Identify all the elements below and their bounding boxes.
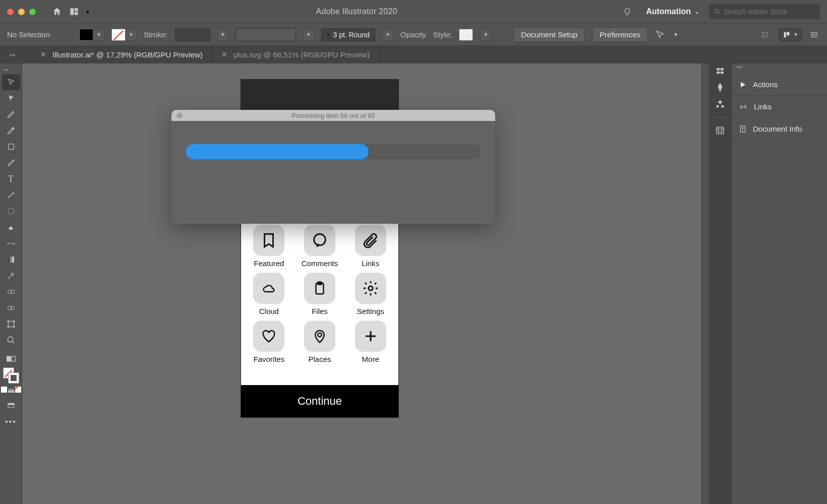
svg-point-15 [8,208,14,214]
collapse-panels-icon[interactable]: ◂◂ [732,64,827,74]
svg-rect-28 [8,403,14,405]
width-tool-icon[interactable] [2,235,20,251]
collapsed-panel-dock [709,64,731,504]
rotate-tool-icon[interactable] [2,203,20,219]
curvature-tool-icon[interactable] [2,122,20,139]
chevron-down-icon[interactable]: ▼ [673,32,678,37]
magic-wand-tool-icon[interactable] [2,187,20,203]
collapse-tools-icon[interactable]: ◂◂ [0,67,8,72]
arrange-documents-icon[interactable] [68,6,80,18]
search-stock[interactable] [709,4,820,19]
svg-point-17 [14,243,15,244]
document-setup-button[interactable]: Document Setup [513,27,585,42]
toggle-fill-stroke-icon[interactable] [2,353,20,364]
type-tool-icon[interactable]: T [2,171,20,187]
stroke-weight-input[interactable] [175,28,210,41]
preferences-button[interactable]: Preferences [592,27,648,42]
fill-stroke-indicator[interactable] [3,367,19,384]
align-to-button[interactable]: ▼ [779,28,802,41]
svg-rect-35 [721,68,724,71]
brushes-panel-icon[interactable] [715,82,725,93]
progress-dialog: Processing item 59 out of 95 [171,110,495,224]
panel-document-info[interactable]: Document Info [732,118,827,140]
clipboard-icon [304,273,335,304]
bookmark-icon [253,225,284,256]
close-tab-icon[interactable]: ✕ [221,50,227,58]
heart-icon [253,321,284,352]
chevron-down-icon[interactable]: ▼ [85,9,90,15]
pen-tool-icon[interactable] [2,106,20,122]
rectangle-tool-icon[interactable] [2,139,20,155]
blend-tool-icon[interactable] [2,284,20,300]
app-tile-label: More [362,355,379,363]
list-icon[interactable] [810,31,820,39]
lightbulb-icon[interactable] [623,6,632,17]
svg-rect-5 [765,32,768,34]
variable-width-profile[interactable] [235,28,296,41]
link-icon [739,103,748,110]
window-traffic-lights [7,9,36,15]
artboard-tool-icon[interactable] [2,316,20,332]
stroke-label: Stroke: [144,30,168,39]
screen-mode-icon[interactable] [2,398,20,414]
brush-definition[interactable]: 3 pt. Round [321,28,375,41]
zoom-window-icon[interactable] [29,9,36,15]
svg-point-13 [12,128,14,129]
align-cursor-icon[interactable] [655,29,666,40]
stroke-profile-dropdown[interactable]: ▼ [217,29,228,41]
stroke-swatch-group[interactable]: ▼ [111,29,137,41]
edit-toolbar-icon[interactable]: ••• [2,414,20,430]
svg-point-29 [314,234,326,245]
direct-selection-tool-icon[interactable] [2,90,20,106]
svg-rect-6 [762,35,764,37]
panel-actions[interactable]: Actions [732,74,827,96]
svg-rect-0 [71,8,74,15]
selection-tool-icon[interactable] [2,74,20,90]
document-tab-active[interactable]: ✕ Illustrator.ai* @ 17,29% (RGB/GPU Prev… [31,45,212,64]
shape-builder-tool-icon[interactable] [2,300,20,316]
menubar: ▼ Adobe Illustrator 2020 Automation ⌄ [0,0,827,23]
expand-tabs-icon[interactable]: ▸▸ [10,51,16,58]
control-bar: No Selection ▼ ▼ Stroke: ▼ ▼ 3 pt. Round… [0,23,827,45]
gradient-tool-icon[interactable] [2,251,20,268]
eraser-tool-icon[interactable] [2,219,20,235]
chevron-down-icon[interactable]: ▼ [303,29,314,41]
properties-panel-icon[interactable] [715,67,725,76]
app-tile-more: More [351,321,389,363]
app-tile-label: Places [308,355,331,363]
dialog-close-icon[interactable] [176,112,183,118]
panel-links[interactable]: Links [732,96,827,118]
vertical-scrollbar[interactable] [701,64,709,504]
brush-label: 3 pt. Round [333,31,370,39]
align-panel-icon[interactable] [760,30,771,39]
workspace-switcher[interactable]: Automation ⌄ [646,7,699,16]
app-tile-label: Comments [302,259,338,268]
fill-swatch-group[interactable]: ▼ [79,29,104,41]
app-tile-favorites: Favorites [250,321,288,363]
libraries-panel-icon[interactable] [715,125,725,136]
zoom-tool-icon[interactable] [2,332,20,348]
chevron-down-icon[interactable]: ▼ [382,29,393,41]
continue-button: Continue [241,385,398,417]
svg-point-39 [717,105,719,108]
app-tile-places: Places [301,321,339,363]
svg-rect-18 [8,257,14,263]
chevron-down-icon[interactable]: ▼ [480,29,491,41]
document-tab[interactable]: ✕ plus.svg @ 66,51% (RGB/GPU Preview) [212,45,379,64]
panel-label: Document Info [753,124,802,133]
canvas[interactable]: FeaturedCommentsLinksCloudFilesSettingsF… [22,64,701,504]
close-tab-icon[interactable]: ✕ [40,50,46,58]
eyedropper-tool-icon[interactable] [2,268,20,284]
home-icon[interactable] [51,6,63,18]
app-tile-label: Cloud [259,307,279,316]
app-tile-files: Files [301,273,339,316]
paintbrush-tool-icon[interactable] [2,155,20,171]
graphic-style-swatch[interactable] [459,29,473,41]
minimize-window-icon[interactable] [18,9,25,15]
color-mode-row[interactable] [1,387,21,393]
dialog-titlebar[interactable]: Processing item 59 out of 95 [171,110,495,121]
svg-point-32 [368,286,373,291]
close-window-icon[interactable] [7,9,14,15]
symbols-panel-icon[interactable] [715,99,725,109]
search-input[interactable] [724,8,815,16]
